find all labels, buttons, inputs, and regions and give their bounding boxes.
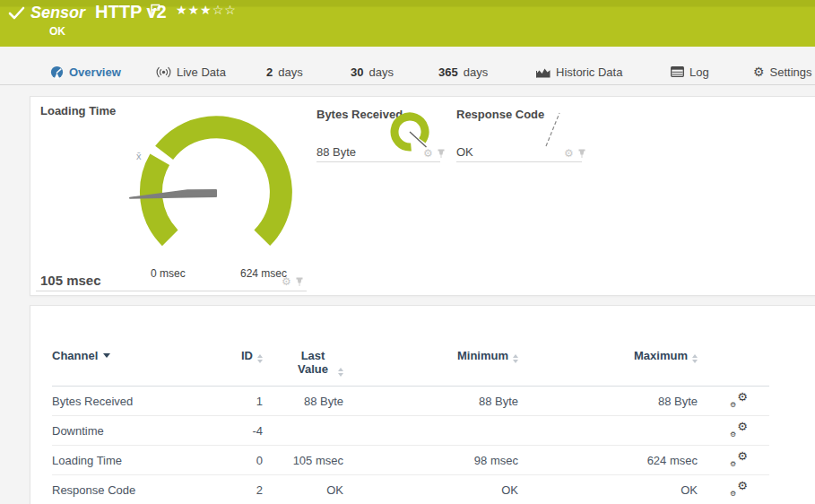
- gauge-title: Response Code: [456, 108, 544, 121]
- response-code-needle: [537, 106, 566, 149]
- channel-name-cell: Bytes Received: [52, 387, 218, 416]
- gauge-settings-icon[interactable]: ⚙: [564, 148, 574, 159]
- tab-number: 2: [266, 65, 273, 79]
- tab-historic-data[interactable]: Historic Data: [536, 60, 622, 83]
- pin-icon[interactable]: [437, 149, 446, 159]
- sensor-header: Sensor HTTP v2 ★★★☆☆ OK: [0, 0, 815, 47]
- gear-icon: ⚙: [737, 479, 748, 492]
- channel-settings-button[interactable]: ⚙⚙: [730, 421, 748, 438]
- gear-icon: ⚙: [737, 420, 748, 433]
- pin-icon[interactable]: [577, 149, 586, 159]
- tab-label: Settings: [770, 65, 812, 79]
- flag-icon[interactable]: [150, 4, 161, 16]
- channel-name-cell: Response Code: [52, 475, 218, 504]
- column-header-settings: [698, 338, 769, 387]
- tab-2-days[interactable]: 2 days: [266, 60, 303, 83]
- gear-icon: ⚙: [730, 460, 736, 468]
- priority-stars[interactable]: ★★★☆☆: [176, 3, 237, 17]
- gear-icon: ⚙: [737, 390, 748, 404]
- last-value-cell: OK: [263, 475, 343, 504]
- sensor-status-badge: OK: [49, 25, 65, 38]
- column-label: Last Value: [292, 349, 334, 376]
- tab-30-days[interactable]: 30 days: [351, 60, 394, 83]
- gauge-value: 105 msec: [40, 273, 101, 288]
- table-row: Loading Time 0 105 msec 98 msec 624 msec…: [52, 446, 769, 475]
- column-header-maximum[interactable]: Maximum: [518, 338, 698, 387]
- column-header-minimum[interactable]: Minimum: [343, 338, 518, 387]
- column-header-id[interactable]: ID: [218, 338, 263, 387]
- log-list-icon: [671, 66, 684, 77]
- tab-number: 365: [438, 65, 458, 79]
- mean-marker: x̄: [136, 151, 142, 161]
- gauge-scale-max: 624 msec: [240, 267, 287, 280]
- channel-settings-button[interactable]: ⚙⚙: [730, 392, 748, 408]
- column-header-last-value[interactable]: Last Value: [263, 338, 343, 387]
- column-header-channel[interactable]: Channel: [52, 338, 218, 387]
- stars-empty: ☆☆: [212, 3, 237, 17]
- minimum-cell: 98 msec: [343, 446, 518, 475]
- last-value-cell: [263, 416, 343, 446]
- loading-time-gauge: [126, 111, 315, 268]
- sort-caret-icon: [103, 353, 110, 358]
- gear-icon: ⚙: [730, 401, 736, 409]
- gauge-settings-icon[interactable]: ⚙: [423, 148, 433, 159]
- tab-label: days: [278, 65, 302, 79]
- tab-overview[interactable]: Overview: [50, 60, 121, 83]
- sort-arrows-icon: [257, 354, 263, 363]
- minimum-cell: [343, 416, 518, 446]
- column-label: Channel: [52, 349, 98, 362]
- gear-icon: ⚙: [753, 65, 765, 78]
- table-row: Bytes Received 1 88 Byte 88 Byte 88 Byte…: [52, 387, 769, 416]
- channel-name-cell: Downtime: [52, 416, 218, 446]
- minimum-cell: 88 Byte: [343, 387, 518, 416]
- channel-name-cell: Loading Time: [52, 446, 218, 475]
- gauge-scale-min: 0 msec: [151, 267, 186, 280]
- tab-label: Log: [689, 65, 709, 79]
- widget-divider: [456, 161, 582, 162]
- tab-label: days: [368, 65, 393, 79]
- tab-label: Historic Data: [556, 65, 622, 79]
- tab-365-days[interactable]: 365 days: [438, 60, 488, 83]
- channels-panel: Channel ID Last Value Minimum Maximum By…: [30, 305, 815, 504]
- maximum-cell: OK: [518, 475, 698, 504]
- sensor-type-label: Sensor: [30, 4, 85, 22]
- channel-id-cell: 2: [218, 475, 263, 504]
- gear-icon: ⚙: [730, 490, 736, 498]
- last-value-cell: 105 msec: [263, 446, 343, 475]
- gauge-title: Loading Time: [40, 104, 116, 117]
- table-header-row: Channel ID Last Value Minimum Maximum: [52, 338, 769, 387]
- tab-number: 30: [351, 65, 363, 79]
- channel-settings-button[interactable]: ⚙⚙: [730, 481, 748, 497]
- channel-id-cell: 0: [218, 446, 263, 475]
- widget-divider: [316, 161, 440, 162]
- column-label: ID: [241, 349, 253, 362]
- tab-log[interactable]: Log: [671, 60, 709, 83]
- tab-bar: Overview Live Data 2 days 30 days 365 da…: [0, 54, 815, 85]
- gear-icon: ⚙: [730, 430, 736, 439]
- tab-label: Live Data: [177, 65, 226, 79]
- pin-icon[interactable]: [295, 277, 304, 287]
- minimum-cell: OK: [343, 475, 518, 504]
- status-check-icon: [8, 5, 26, 22]
- channel-id-cell: -4: [218, 416, 263, 446]
- channel-id-cell: 1: [218, 387, 263, 416]
- gauge-value: OK: [456, 145, 473, 159]
- tab-label: days: [464, 65, 488, 79]
- sort-arrows-icon: [513, 354, 518, 363]
- channels-table: Channel ID Last Value Minimum Maximum By…: [52, 338, 769, 504]
- sort-arrows-icon: [692, 354, 698, 363]
- gauge-settings-icon[interactable]: ⚙: [282, 276, 291, 287]
- table-row: Response Code 2 OK OK OK ⚙⚙: [52, 475, 769, 504]
- maximum-cell: 624 msec: [518, 446, 698, 475]
- maximum-cell: 88 Byte: [518, 387, 698, 416]
- sort-arrows-icon: [338, 368, 343, 377]
- tab-settings[interactable]: ⚙ Settings: [753, 60, 812, 83]
- tab-live-data[interactable]: Live Data: [156, 60, 226, 83]
- widget-divider: [36, 291, 307, 291]
- last-value-cell: 88 Byte: [263, 387, 343, 416]
- gauge-icon: [50, 65, 64, 79]
- stars-filled: ★★★: [176, 3, 212, 17]
- channel-settings-button[interactable]: ⚙⚙: [730, 451, 748, 467]
- live-signal-icon: [156, 66, 171, 78]
- table-row: Downtime -4 ⚙⚙: [52, 416, 769, 446]
